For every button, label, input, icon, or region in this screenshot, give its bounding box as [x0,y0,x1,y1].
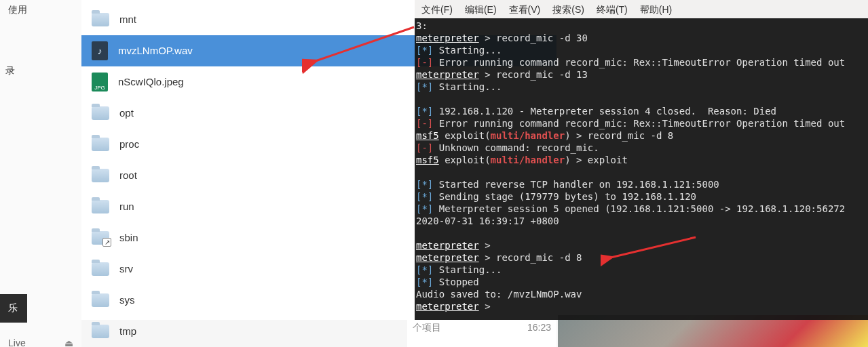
audio-file-icon: ♪ [92,41,108,60]
file-name: sys [119,294,135,306]
image-file-icon: JPG [92,73,108,91]
sidebar: 使用 录 乐 Live ⏏ 位置 [0,0,81,347]
file-name: nScwIQlo.jpeg [118,76,184,87]
file-name: tmp [119,325,136,337]
file-name: root [119,169,137,181]
folder-icon [92,200,109,213]
file-name: mnt [119,14,136,25]
terminal-menu-item[interactable]: 终端(T) [597,3,628,16]
folder-icon [92,169,109,182]
folder-icon [92,262,109,276]
terminal-menu-item[interactable]: 搜索(S) [552,3,584,16]
eject-icon[interactable]: ⏏ [64,338,73,347]
terminal-output[interactable]: 3: meterpreter > record_mic -d 30 [*] St… [415,18,868,314]
terminal-menu-item[interactable]: 编辑(E) [465,3,497,16]
folder-icon [92,293,109,307]
file-name: opt [119,107,134,119]
folder-icon [92,106,109,120]
terminal-menu-item[interactable]: 文件(F) [421,3,453,16]
sidebar-item-label: Live [8,338,26,347]
terminal-menubar: 文件(F)编辑(E)查看(V)搜索(S)终端(T)帮助(H) [415,0,868,18]
folder-icon [92,138,109,151]
file-name: mvzLNmOP.wav [118,45,193,56]
file-name: proc [119,138,139,150]
terminal-menu-item[interactable]: 帮助(H) [640,3,672,16]
file-name: run [119,201,134,212]
folder-icon [92,231,109,245]
terminal-window[interactable]: 文件(F)编辑(E)查看(V)搜索(S)终端(T)帮助(H) 3: meterp… [415,0,868,320]
file-name: srv [119,263,133,274]
sidebar-label-use: 使用 [0,0,81,20]
file-name: sbin [119,232,138,243]
folder-icon [92,13,109,26]
background-photo [558,315,868,347]
terminal-menu-item[interactable]: 查看(V) [509,3,541,16]
folder-icon [92,325,109,338]
sidebar-label-record: 录 [0,61,81,81]
file-row[interactable]: tmp [81,316,556,347]
sidebar-item-music[interactable]: 乐 [0,294,27,323]
sidebar-item-live[interactable]: Live ⏏ [0,329,81,347]
